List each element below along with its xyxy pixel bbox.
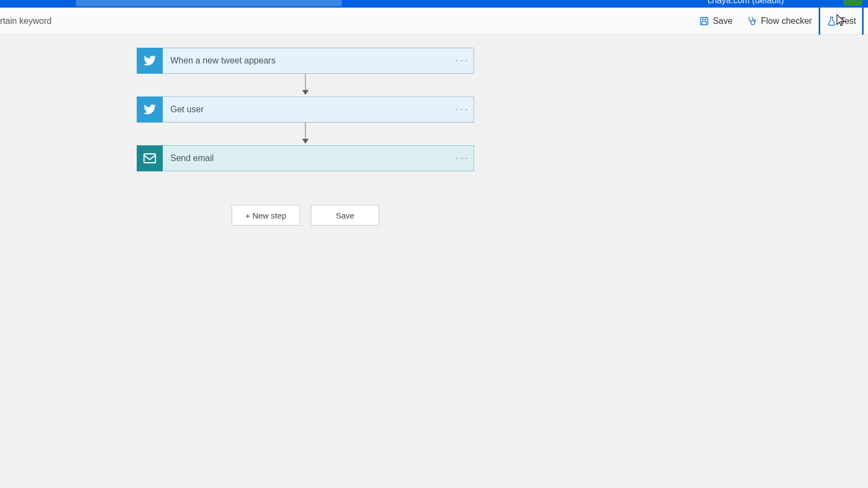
save-button-label: Save <box>713 16 732 26</box>
toolbar-actions: Save Flow checker Test Test <box>690 8 861 34</box>
flow-step-2[interactable]: Send email··· <box>137 145 474 171</box>
step-menu-button[interactable]: ··· <box>452 105 474 114</box>
save-flow-button[interactable]: Save <box>311 205 379 226</box>
flow-step-1[interactable]: Get user··· <box>137 97 474 123</box>
save-button[interactable]: Save <box>693 12 738 30</box>
flask-icon <box>826 16 837 27</box>
global-search-input[interactable] <box>76 0 342 7</box>
canvas-footer-buttons: + New stepSave <box>137 205 474 226</box>
flow-checker-button[interactable]: Flow checker <box>741 12 817 30</box>
flow-step-label: Send email <box>163 153 452 163</box>
flow-title: rtain keyword <box>0 8 52 34</box>
app-header: chaya.com (default) <box>0 0 868 8</box>
test-button-label: Test <box>840 16 856 26</box>
flow-connector-arrow[interactable] <box>137 123 474 145</box>
twitter-icon <box>137 97 163 123</box>
flow-canvas: When a new tweet appears···Get user···Se… <box>0 35 868 488</box>
stethoscope-icon <box>746 16 757 27</box>
flow-connector-arrow[interactable] <box>137 74 474 97</box>
save-icon <box>699 16 710 27</box>
svg-rect-4 <box>144 154 156 163</box>
flow-step-label: When a new tweet appears <box>163 56 452 66</box>
flow-step-label: Get user <box>163 105 452 114</box>
test-button[interactable]: Test Test <box>821 8 861 34</box>
svg-rect-2 <box>702 21 706 24</box>
svg-point-3 <box>754 20 756 21</box>
new-step-button[interactable]: + New step <box>232 205 300 226</box>
step-menu-button[interactable]: ··· <box>452 153 474 163</box>
svg-rect-1 <box>703 17 706 20</box>
mail-icon <box>137 145 163 171</box>
editor-toolbar: rtain keyword Save Flow checker <box>0 8 868 35</box>
tenant-label: chaya.com (default) <box>707 0 784 5</box>
step-menu-button[interactable]: ··· <box>452 56 474 66</box>
flow-checker-label: Flow checker <box>761 16 812 26</box>
twitter-icon <box>137 48 163 74</box>
flow-step-0[interactable]: When a new tweet appears··· <box>137 48 474 74</box>
